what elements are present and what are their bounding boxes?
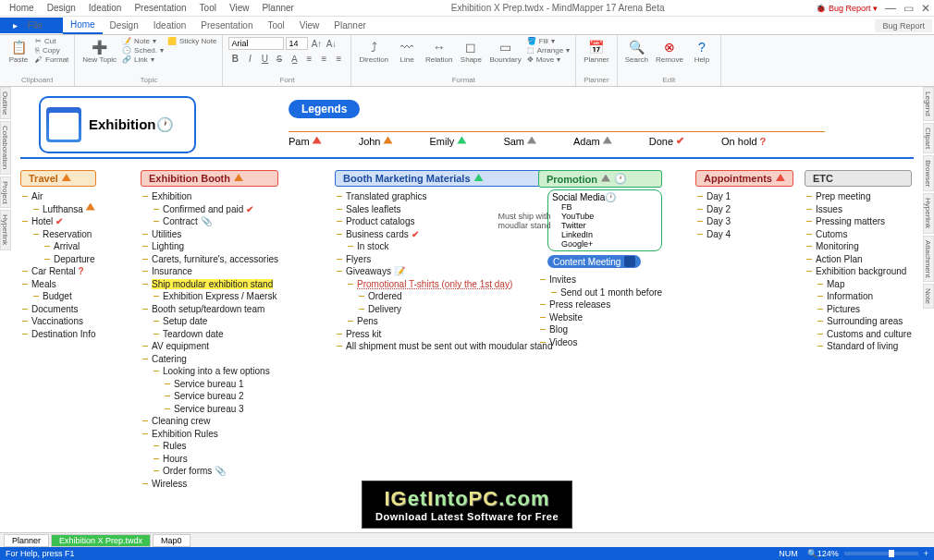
tree-node[interactable]: Destination Info <box>20 328 96 341</box>
doc-tab[interactable]: Planner <box>4 534 49 547</box>
tree-node[interactable]: Prep meeting <box>805 190 912 203</box>
menu-design[interactable]: Design <box>42 2 81 14</box>
tree-node[interactable]: Hotel ✔ <box>20 215 96 228</box>
tree-node[interactable]: Documents <box>20 303 96 316</box>
tab-ideation[interactable]: Ideation <box>146 18 194 33</box>
tree-node[interactable]: Confirmed and paid ✔ <box>141 203 278 216</box>
tree-node[interactable]: Send out 1 month before <box>538 286 662 299</box>
side-hyperlink[interactable]: Hyperlink <box>0 210 11 250</box>
tree-node[interactable]: Monitoring <box>805 240 912 253</box>
social-item[interactable]: FB <box>561 202 657 212</box>
doc-tab[interactable]: Exhibition X Prep.twdx <box>51 534 151 547</box>
side-hyperlink[interactable]: Hyperlink <box>923 193 934 233</box>
booth-header[interactable]: Exhibition Booth <box>141 170 278 187</box>
fill-button[interactable]: 🪣 Fill ▾ <box>527 37 570 45</box>
travel-header[interactable]: Travel <box>20 170 96 187</box>
copy-button[interactable]: ⎘ Copy <box>35 46 68 55</box>
tree-node[interactable]: All shipment must be sent out with moudu… <box>335 340 552 353</box>
side-attachment[interactable]: Attachment <box>923 236 934 282</box>
tab-design[interactable]: Design <box>103 18 146 33</box>
tree-node[interactable]: AV equipment <box>141 340 278 353</box>
strike-icon[interactable]: S̶ <box>273 52 286 65</box>
legends-title[interactable]: Legends <box>289 100 360 118</box>
align-left-icon[interactable]: ≡ <box>302 52 315 65</box>
tree-node[interactable]: Ship modular exhibition stand <box>141 278 278 291</box>
social-media-box[interactable]: Social Media🕐 FBYouTubeTwitterLinkedInGo… <box>547 189 662 251</box>
tree-node[interactable]: Surrounding areas <box>805 315 912 328</box>
zoom-slider[interactable] <box>844 552 918 555</box>
tree-node[interactable]: Setup date <box>141 315 278 328</box>
search-button[interactable]: 🔍Search <box>623 37 650 66</box>
bug-report-link[interactable]: 🐞 Bug Report ▾ <box>816 4 878 13</box>
side-note[interactable]: Note <box>923 284 934 309</box>
legend-item[interactable]: Sam <box>503 135 536 147</box>
tree-node[interactable]: Action Plan <box>805 253 912 266</box>
tree-node[interactable]: Catering <box>141 353 278 366</box>
menu-view[interactable]: View <box>224 2 255 14</box>
root-topic[interactable]: Exhibition🕐 <box>39 96 196 153</box>
arrange-button[interactable]: ⬚ Arrange ▾ <box>527 46 570 55</box>
tree-node[interactable]: Carets, furniture's, accessories <box>141 253 278 266</box>
tree-node[interactable]: Insurance <box>141 265 278 278</box>
social-item[interactable]: YouTube <box>561 212 657 221</box>
tree-node[interactable]: Invites <box>538 274 662 286</box>
menu-planner[interactable]: Planner <box>256 2 299 14</box>
tree-node[interactable]: Website <box>538 311 662 324</box>
tree-node[interactable]: Giveaways 📝 <box>335 265 552 278</box>
underline-icon[interactable]: U <box>258 52 271 65</box>
legend-item[interactable]: Adam <box>573 135 612 147</box>
tree-node[interactable]: Pressing matters <box>805 215 912 228</box>
tree-node[interactable]: Hours <box>141 453 278 466</box>
menu-presentation[interactable]: Presentation <box>129 2 191 14</box>
boundary-button[interactable]: ▭Boundary <box>487 37 522 66</box>
tree-node[interactable]: Flyers <box>335 253 552 266</box>
doc-tab[interactable]: Map0 <box>153 534 190 547</box>
tree-node[interactable]: Lufthansa <box>20 203 96 216</box>
tree-node[interactable]: Order forms 📎 <box>141 465 278 478</box>
tree-node[interactable]: Day 4 <box>695 228 793 241</box>
grow-font-icon[interactable]: A↑ <box>310 37 323 50</box>
tree-node[interactable]: Day 1 <box>695 190 793 203</box>
tree-node[interactable]: Vaccinations <box>20 315 96 328</box>
side-outline[interactable]: Outline <box>0 87 11 119</box>
tree-node[interactable]: Reservation <box>20 228 96 241</box>
legend-item[interactable]: John <box>359 135 393 147</box>
tab-home[interactable]: Home <box>63 17 103 34</box>
tree-node[interactable]: Standard of living <box>805 340 912 353</box>
tree-node[interactable]: Arrival <box>20 240 96 253</box>
tree-node[interactable]: Pictures <box>805 303 912 316</box>
tree-node[interactable]: Map <box>805 278 912 291</box>
tab-planner[interactable]: Planner <box>326 18 373 33</box>
shape-button[interactable]: ◻Shape <box>458 37 484 66</box>
help-button[interactable]: ?Help <box>689 37 715 66</box>
promotion-header[interactable]: Promotion 🕐 <box>538 170 662 188</box>
legend-item[interactable]: Pam <box>289 135 322 147</box>
tree-node[interactable]: Cleaning crew <box>141 415 278 428</box>
legend-item[interactable]: On hold ? <box>721 135 766 147</box>
zoom-in-icon[interactable]: + <box>924 549 928 558</box>
bold-icon[interactable]: B <box>228 52 241 65</box>
italic-icon[interactable]: I <box>243 52 256 65</box>
tree-node[interactable]: Press kit <box>335 328 552 341</box>
direction-button[interactable]: ⤴Direction <box>357 37 390 66</box>
shrink-font-icon[interactable]: A↓ <box>325 37 338 50</box>
side-project[interactable]: Project <box>0 177 11 209</box>
menu-ideation[interactable]: Ideation <box>83 2 128 14</box>
close-icon[interactable]: ✕ <box>921 2 930 15</box>
tree-node[interactable]: Videos <box>538 336 662 349</box>
line-button[interactable]: 〰Line <box>394 37 420 66</box>
menu-home[interactable]: Home <box>4 2 40 14</box>
tree-node[interactable]: Wireless <box>141 478 278 491</box>
tree-node[interactable]: Exhibition Rules <box>141 428 278 441</box>
tree-node[interactable]: Day 3 <box>695 215 793 228</box>
tree-node[interactable]: Customs and culture <box>805 328 912 341</box>
side-legend[interactable]: Legend <box>923 87 934 121</box>
appointments-header[interactable]: Appointments <box>695 170 793 187</box>
side-collaboration[interactable]: Collaboration <box>0 121 11 174</box>
cut-button[interactable]: ✂ Cut <box>35 37 68 45</box>
tree-node[interactable]: Delivery <box>335 303 552 316</box>
tab-view[interactable]: View <box>292 18 327 33</box>
font-color-icon[interactable]: A̲ <box>288 52 301 65</box>
tree-node[interactable]: Lighting <box>141 240 278 253</box>
tree-node[interactable]: Service bureau 3 <box>141 403 278 416</box>
